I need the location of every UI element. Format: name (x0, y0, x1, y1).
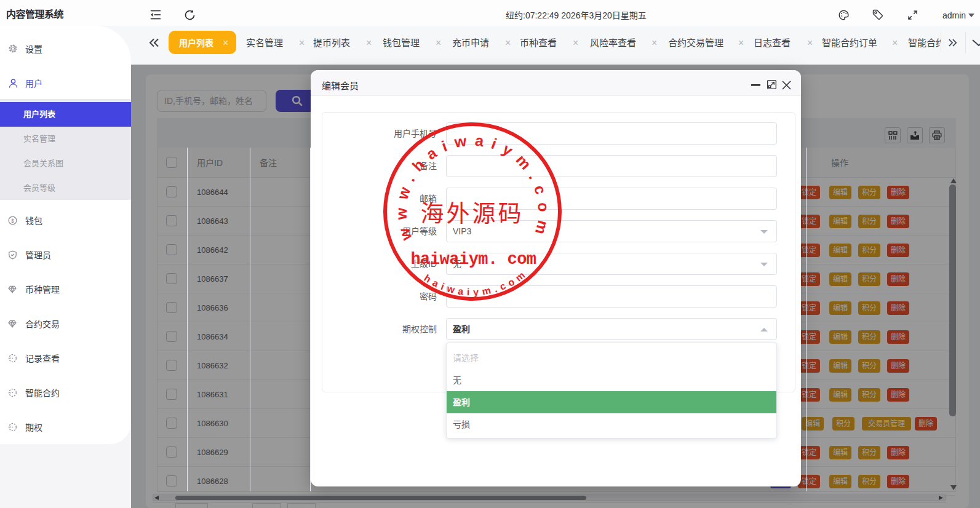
svg-text:www.haiwaiym.com: www.haiwaiym.com (392, 131, 552, 244)
svg-text:$: $ (11, 217, 14, 223)
svg-text:haiwaiym. com: haiwaiym. com (410, 250, 536, 269)
svg-text:海外源码: 海外源码 (420, 200, 524, 226)
